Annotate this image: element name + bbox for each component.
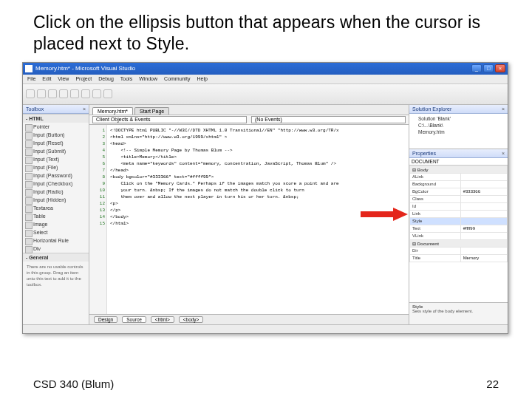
property-value[interactable]	[460, 232, 507, 239]
app-icon	[25, 65, 33, 72]
property-name: Class	[410, 195, 461, 202]
editor-bottom-bar: Design Source <html> <body>	[89, 314, 409, 324]
source-editor[interactable]: 123456789101112131415 <!DOCTYPE html PUB…	[89, 125, 409, 314]
design-view-tab[interactable]: Design	[94, 316, 117, 323]
panel-close-icon[interactable]: ×	[502, 106, 505, 112]
menu-edit[interactable]: Edit	[42, 76, 51, 81]
property-grid: ⊟ BodyALinkBackgroundBgColor#333366Class…	[409, 166, 508, 262]
toolbox-item[interactable]: Horizontal Rule	[23, 236, 89, 245]
property-name: Style	[410, 217, 461, 225]
toolbox-item[interactable]: Input (Text)	[23, 155, 89, 163]
source-view-tab[interactable]: Source	[122, 316, 146, 323]
breadcrumb-html[interactable]: <html>	[151, 316, 174, 323]
property-name: Background	[410, 180, 461, 188]
property-value[interactable]	[460, 180, 507, 188]
tab-startpage[interactable]: Start Page	[134, 107, 169, 115]
toolbox-empty-text: There are no usable controls in this gro…	[23, 262, 89, 290]
toolbox-item[interactable]: Input (File)	[23, 163, 89, 171]
toolbar-button[interactable]	[37, 89, 46, 98]
toolbox-item[interactable]: Input (Submit)	[23, 147, 89, 155]
property-value[interactable]: #333366	[460, 188, 507, 195]
menu-debug[interactable]: Debug	[98, 76, 114, 81]
menu-bar: FileEditViewProjectDebugToolsWindowCommu…	[23, 75, 508, 84]
tree-item[interactable]: Solution 'Blank'	[412, 115, 505, 122]
property-name: Title	[410, 254, 461, 262]
property-value[interactable]	[460, 173, 507, 180]
footer-right: 22	[486, 378, 499, 390]
toolbox-item[interactable]: Image	[23, 220, 89, 228]
toolbar-button[interactable]	[26, 89, 35, 98]
menu-view[interactable]: View	[58, 76, 69, 81]
slide-instruction: Click on the ellipsis button that appear…	[33, 12, 510, 55]
toolbar-button[interactable]	[48, 89, 57, 98]
menu-file[interactable]: File	[27, 76, 35, 81]
toolbox-item[interactable]: Textarea	[23, 204, 89, 212]
toolbox-item[interactable]: Table	[23, 212, 89, 220]
visual-studio-window: Memory.htm* - Microsoft Visual Studio _ …	[22, 62, 508, 334]
tree-item[interactable]: Memory.htm	[412, 129, 505, 135]
footer-left: CSD 340 (Blum)	[33, 378, 114, 390]
toolbar-button[interactable]	[81, 89, 90, 98]
editor-area: Memory.htm* Start Page Client Objects & …	[89, 105, 409, 324]
solution-explorer-title: Solution Explorer×	[409, 105, 508, 114]
property-value[interactable]	[460, 202, 507, 210]
property-value[interactable]: #ffff99	[460, 225, 507, 232]
right-dock: Solution Explorer× Solution 'Blank' C:\.…	[409, 105, 508, 324]
toolbox-item[interactable]: Input (Hidden)	[23, 196, 89, 204]
toolbox-item[interactable]: Pointer	[23, 123, 89, 131]
property-object-selector[interactable]: DOCUMENT	[409, 158, 508, 166]
toolbar-button[interactable]	[70, 89, 79, 98]
toolbox-title: Toolbox×	[23, 105, 89, 114]
property-value[interactable]	[460, 217, 507, 225]
toolbox-group[interactable]: - General	[23, 253, 89, 262]
property-value[interactable]	[460, 195, 507, 202]
toolbox-item[interactable]: Input (Radio)	[23, 188, 89, 196]
solution-explorer-panel: Solution Explorer× Solution 'Blank' C:\.…	[409, 105, 508, 149]
event-dropdown[interactable]: (No Events)	[251, 116, 406, 123]
object-dropdown[interactable]: Client Objects & Events	[92, 116, 247, 123]
properties-panel: Properties× DOCUMENT ⊟ BodyALinkBackgrou…	[409, 149, 508, 324]
close-button[interactable]: ×	[495, 64, 505, 72]
minimize-button[interactable]: _	[471, 64, 482, 72]
property-value[interactable]	[460, 210, 507, 217]
toolbox-item[interactable]: Input (Checkbox)	[23, 180, 89, 188]
property-value[interactable]: Memory	[460, 254, 507, 262]
toolbox-item[interactable]: Input (Password)	[23, 171, 89, 180]
tab-memory[interactable]: Memory.htm*	[92, 107, 133, 115]
menu-window[interactable]: Window	[139, 76, 157, 81]
menu-community[interactable]: Community	[164, 76, 190, 81]
properties-title: Properties×	[409, 149, 508, 158]
property-name: Id	[410, 202, 461, 210]
code-text[interactable]: <!DOCTYPE html PUBLIC "-//W3C//DTD XHTML…	[107, 125, 342, 314]
maximize-button[interactable]: □	[483, 64, 494, 72]
element-selector-bar: Client Objects & Events (No Events)	[89, 115, 409, 125]
menu-tools[interactable]: Tools	[120, 76, 132, 81]
line-gutter: 123456789101112131415	[89, 125, 107, 314]
panel-close-icon[interactable]: ×	[502, 151, 505, 156]
property-category[interactable]: ⊟ Document	[410, 239, 508, 247]
property-name: Link	[410, 210, 461, 217]
toolbox-item[interactable]: Div	[23, 245, 89, 253]
panel-close-icon[interactable]: ×	[83, 106, 86, 112]
toolbar-button[interactable]	[92, 89, 101, 98]
property-description: Style Sets style of the body element.	[409, 302, 508, 324]
menu-project[interactable]: Project	[75, 76, 92, 81]
property-category[interactable]: ⊟ Body	[410, 166, 508, 173]
slide-footer: CSD 340 (Blum) 22	[33, 378, 499, 390]
property-name: Text	[410, 225, 461, 232]
toolbox-panel: Toolbox× - HTMLPointerInput (Button)Inpu…	[23, 105, 89, 324]
property-name: BgColor	[410, 188, 461, 195]
toolbar	[23, 84, 508, 105]
toolbar-button[interactable]	[59, 89, 68, 98]
tree-item[interactable]: C:\...\Blank\	[412, 122, 505, 129]
property-value[interactable]	[460, 247, 507, 254]
breadcrumb-body[interactable]: <body>	[179, 316, 204, 323]
toolbar-button[interactable]	[103, 89, 112, 98]
toolbox-item[interactable]: Select	[23, 228, 89, 236]
toolbox-item[interactable]: Input (Reset)	[23, 139, 89, 147]
menu-help[interactable]: Help	[197, 76, 207, 81]
property-name: Dir	[410, 247, 461, 254]
toolbox-item[interactable]: Input (Button)	[23, 131, 89, 139]
window-titlebar[interactable]: Memory.htm* - Microsoft Visual Studio _ …	[23, 63, 508, 75]
toolbox-group[interactable]: - HTML	[23, 114, 89, 123]
